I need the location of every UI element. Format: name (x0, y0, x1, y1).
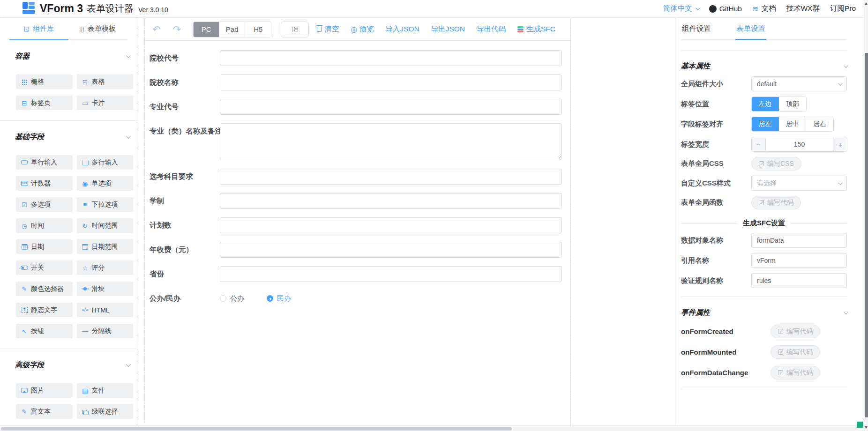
chevron-down-icon[interactable] (126, 53, 131, 58)
form-field-row[interactable]: 学制 (145, 189, 570, 213)
widget-item-time-range[interactable]: ↻时间范围 (77, 218, 134, 233)
import-json-button[interactable]: 导入JSON (385, 24, 419, 34)
stepper-decrease-button[interactable]: − (752, 137, 766, 151)
field-input-subject-requirements[interactable] (220, 169, 562, 185)
horizontal-scrollbar-thumb[interactable] (1, 427, 512, 431)
undo-button[interactable]: ↶ (152, 24, 161, 34)
widget-item-textarea[interactable]: 多行输入 (77, 155, 134, 170)
horizontal-scrollbar[interactable] (0, 425, 864, 431)
toolbar-actions: 清空 ◎预览 导入JSON 导出JSON 导出代码 生成SFC (317, 24, 555, 34)
widget-item-picture-upload[interactable]: 图片 (16, 383, 73, 398)
vertical-scrollbar[interactable] (864, 0, 868, 431)
generate-sfc-button[interactable]: 生成SFC (517, 24, 555, 34)
label-position-top[interactable]: 顶部 (779, 97, 806, 111)
field-input-annual-fee[interactable] (220, 242, 562, 258)
export-code-button[interactable]: 导出代码 (477, 24, 506, 34)
label-align-left[interactable]: 居左 (752, 117, 779, 131)
label-align-center[interactable]: 居中 (779, 117, 806, 131)
rules-name-input[interactable] (751, 273, 847, 288)
docs-link[interactable]: ≋文档 (752, 4, 776, 14)
field-input-province[interactable] (220, 266, 562, 282)
form-field-row[interactable]: 院校名称 (145, 70, 570, 95)
widget-item-button[interactable]: ↖按钮 (16, 324, 73, 338)
edit-css-button[interactable]: 编写CSS (751, 157, 801, 171)
widget-item-checkbox[interactable]: ☑多选项 (16, 197, 73, 212)
widget-item-divider[interactable]: —分隔线 (77, 324, 134, 338)
device-mode-pc[interactable]: PC (194, 22, 219, 37)
widget-item-html[interactable]: </>HTML (77, 303, 134, 317)
widget-item-single-input[interactable]: 单行输入 (16, 155, 73, 170)
form-field-row[interactable]: 计划数 (145, 213, 570, 238)
widget-item-rich-editor[interactable]: ✎富文本 (16, 404, 73, 419)
label-position-left[interactable]: 左边 (752, 97, 779, 111)
widget-item-file-upload[interactable]: ▤文件 (77, 383, 134, 398)
chevron-down-icon[interactable] (844, 63, 848, 68)
tab-widget-settings[interactable]: 组件设置 (681, 19, 712, 40)
button-label: 编写代码 (767, 199, 793, 207)
widget-item-card[interactable]: ▭卡片 (77, 96, 134, 110)
export-json-button[interactable]: 导出JSON (431, 24, 465, 34)
tab-widget-library[interactable]: ⊡组件库 (9, 18, 68, 40)
form-canvas[interactable]: 院校代号 院校名称 专业代号 专业（类）名称及备注 (145, 41, 570, 423)
form-field-row[interactable]: 院校代号 (145, 46, 570, 70)
tab-form-template[interactable]: ▯表单模板 (68, 18, 127, 40)
field-input-major-code[interactable] (220, 99, 562, 115)
edit-code-button-onFormDataChange[interactable]: 编写代码 (771, 366, 820, 379)
field-input-college-name[interactable] (220, 74, 562, 90)
radio-option-private[interactable]: 民办 (267, 294, 291, 303)
vertical-scrollbar-thumb[interactable] (865, 53, 868, 417)
github-link[interactable]: GitHub (709, 5, 742, 13)
widget-item-table[interactable]: ⊞表格 (77, 74, 134, 89)
edit-functions-button[interactable]: 编写代码 (751, 196, 801, 209)
preview-button[interactable]: ◎预览 (351, 24, 374, 34)
widget-item-grid[interactable]: 栅格 (16, 74, 73, 89)
chevron-down-icon[interactable] (844, 310, 848, 314)
edit-code-button-onFormCreated[interactable]: 编写代码 (771, 325, 820, 338)
widget-item-time[interactable]: ◷时间 (16, 218, 73, 233)
widget-item-date[interactable]: 19日期 (16, 239, 73, 254)
widget-item-color-picker[interactable]: ✎颜色选择器 (16, 282, 73, 296)
widget-item-slider[interactable]: 滑块 (77, 282, 134, 296)
custom-class-select[interactable]: 请选择 (751, 176, 847, 191)
field-textarea-major-name-remarks[interactable] (220, 123, 562, 160)
scroll-down-arrow-icon[interactable] (865, 426, 868, 429)
edit-code-button-onFormMounted[interactable]: 编写代码 (771, 345, 820, 359)
form-field-row[interactable]: 专业（类）名称及备注 (145, 119, 570, 164)
device-mode-pad[interactable]: Pad (219, 22, 245, 37)
label-width-input[interactable] (766, 137, 833, 151)
tab-form-settings[interactable]: 表单设置 (735, 19, 766, 40)
widget-item-select[interactable]: ≡下拉选项 (77, 197, 134, 212)
ref-name-input[interactable] (751, 253, 847, 268)
form-field-row[interactable]: 专业代号 (145, 95, 570, 119)
widget-item-cascader[interactable]: 级联选择 (77, 404, 134, 419)
global-size-select[interactable]: default (751, 76, 847, 91)
radio-option-public[interactable]: 公办 (220, 294, 244, 303)
form-field-row[interactable]: 省份 (145, 262, 570, 286)
field-input-college-code[interactable] (220, 50, 562, 66)
field-input-plan-count[interactable] (220, 217, 562, 233)
form-field-row[interactable]: 选考科目要求 (145, 164, 570, 189)
scroll-up-arrow-icon[interactable] (865, 2, 868, 5)
widget-item-number[interactable]: 123计数器 (16, 176, 73, 191)
widget-item-rate[interactable]: ☆评分 (77, 260, 134, 275)
chevron-down-icon[interactable] (126, 134, 131, 139)
widget-item-switch[interactable]: 开关 (16, 260, 73, 275)
node-tree-button[interactable] (281, 22, 309, 37)
chevron-down-icon[interactable] (126, 362, 131, 367)
clear-button[interactable]: 清空 (317, 24, 339, 34)
label-align-right[interactable]: 居右 (806, 117, 833, 131)
stepper-increase-button[interactable]: + (833, 137, 847, 151)
widget-item-date-range[interactable]: 日期范围 (77, 239, 134, 254)
form-field-row[interactable]: 年收费（元） (145, 238, 570, 262)
widget-item-tab[interactable]: ⊟标签页 (16, 96, 73, 110)
redo-button[interactable]: ↷ (173, 24, 181, 34)
widget-item-static-text[interactable]: T静态文字 (16, 303, 73, 317)
field-input-study-length[interactable] (220, 193, 562, 209)
data-object-name-input[interactable] (751, 233, 847, 248)
wx-group-link[interactable]: 技术WX群 (786, 4, 819, 14)
subscribe-pro-link[interactable]: 订阅Pro (830, 4, 856, 14)
device-mode-h5[interactable]: H5 (245, 22, 271, 37)
form-field-row[interactable]: 公办/民办 公办 民办 (145, 286, 570, 311)
language-selector[interactable]: 简体中文 (663, 4, 699, 14)
widget-item-radio[interactable]: ◉单选项 (77, 176, 134, 191)
